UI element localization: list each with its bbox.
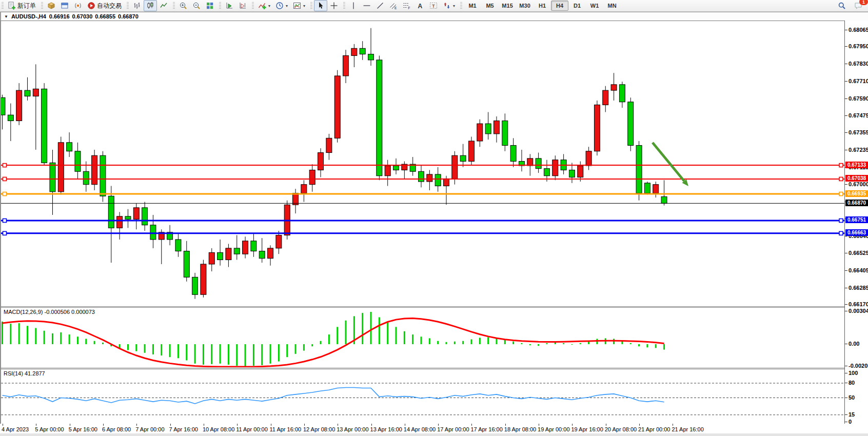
bars-icon: [133, 2, 141, 10]
line-chart-button[interactable]: [157, 0, 170, 11]
new-order-button[interactable]: 新订单: [5, 0, 38, 11]
time-tick-label: 21 Apr 16:00: [672, 426, 703, 432]
bar-chart-button[interactable]: [130, 0, 144, 11]
timeframe-m30-button[interactable]: M30: [516, 1, 534, 11]
bear-candle: [419, 171, 424, 182]
cube-button[interactable]: [45, 0, 58, 11]
price-chart-surface[interactable]: [1, 21, 844, 306]
bear-candle: [502, 121, 508, 145]
time-tick-mark: [304, 424, 305, 426]
line-handle[interactable]: [839, 192, 843, 196]
price-axis[interactable]: 0.680650.679500.678300.677100.675900.674…: [844, 21, 868, 424]
crosshair-icon: [330, 2, 338, 10]
templates-button[interactable]: ▾: [290, 0, 308, 11]
bull-candle: [334, 76, 340, 138]
trendline-button[interactable]: [373, 0, 387, 11]
down-arrow-object[interactable]: [653, 143, 688, 186]
fibonacci-button[interactable]: F: [400, 0, 413, 11]
bear-candle: [150, 225, 156, 240]
auto-trading-button[interactable]: 自动交易: [85, 0, 124, 11]
line-handle[interactable]: [3, 231, 7, 235]
price-chart-panel[interactable]: [1, 21, 844, 307]
horizontal-line-object[interactable]: [1, 231, 844, 235]
bull-candle: [243, 241, 248, 254]
toolbar-grip: [2, 2, 4, 9]
line-handle[interactable]: [3, 164, 7, 167]
line-handle[interactable]: [3, 192, 7, 196]
timeframe-mn-button[interactable]: MN: [603, 1, 621, 11]
arrows-button[interactable]: ▾: [440, 0, 458, 11]
zoom-in-button[interactable]: [176, 0, 190, 11]
arrows-icon: [443, 2, 451, 10]
candlestick-chart-button[interactable]: [144, 0, 157, 11]
rsi-panel[interactable]: RSI(14) 41.2877: [1, 369, 844, 424]
bear-candle: [218, 252, 223, 260]
timeframe-h4-button[interactable]: H4: [551, 1, 568, 11]
macd-panel[interactable]: MACD(12,26,9) -0.000506 0.000073: [1, 307, 844, 368]
horizontal-line-button[interactable]: [360, 0, 373, 11]
timeframe-w1-button[interactable]: W1: [586, 1, 603, 11]
axis-tick-mark: [845, 288, 847, 288]
toolbar-grip: [460, 2, 462, 9]
chat-button[interactable]: 1: [852, 0, 865, 11]
bull-candle: [293, 193, 299, 205]
line-handle[interactable]: [839, 219, 843, 222]
timeframe-m1-button[interactable]: M1: [464, 1, 481, 11]
macd-surface[interactable]: [1, 308, 844, 367]
time-tick-label: 5 Apr 16:00: [69, 426, 97, 432]
chart-menu-icon[interactable]: ▼: [4, 14, 8, 19]
rsi-surface[interactable]: [1, 369, 844, 423]
dropdown-caret-icon: ▾: [453, 4, 455, 8]
toolbar-group: EFAT▾: [342, 0, 459, 11]
timeframe-m15-button[interactable]: M15: [499, 1, 516, 11]
horizontal-line-object[interactable]: [1, 192, 844, 196]
tile-icon: [206, 2, 214, 10]
cursor-icon: [317, 2, 325, 10]
dropdown-caret-icon: ▾: [268, 4, 270, 8]
timeframe-m30-button-label: M30: [519, 3, 530, 9]
line-handle[interactable]: [3, 219, 7, 222]
notification-badge: 1: [859, 0, 868, 5]
time-tick-label: 20 Apr 08:00: [605, 426, 637, 432]
ohlc-close: 0.66870: [118, 13, 139, 19]
bull-candle: [309, 170, 315, 184]
macd-main-value: -0.000506: [44, 309, 70, 315]
line-handle[interactable]: [839, 164, 843, 167]
search-button[interactable]: [835, 0, 849, 11]
auto-scroll-button[interactable]: [223, 0, 236, 11]
horizontal-line-object[interactable]: [1, 164, 844, 167]
bear-candle: [184, 251, 189, 278]
label-button[interactable]: T: [427, 0, 440, 11]
timeframe-m5-button[interactable]: M5: [481, 1, 499, 11]
bull-candle: [468, 141, 474, 162]
tile-windows-button[interactable]: [203, 0, 216, 11]
line-handle[interactable]: [839, 231, 843, 235]
equidistant-channel-button[interactable]: E: [387, 0, 400, 11]
line-handle[interactable]: [839, 177, 843, 181]
signal-button[interactable]: [71, 0, 85, 11]
crosshair-button[interactable]: [327, 0, 341, 11]
market-window-button[interactable]: [58, 0, 71, 11]
text-button[interactable]: A: [413, 0, 427, 11]
vertical-line-button[interactable]: [347, 0, 360, 11]
bear-candle: [259, 251, 265, 259]
zoom-out-button[interactable]: [190, 0, 203, 11]
toolbar-grip: [41, 2, 43, 9]
macd-signal-line: [3, 319, 664, 367]
periods-button[interactable]: ▾: [273, 0, 290, 11]
time-tick-mark: [103, 424, 104, 426]
axis-tick-label: 15: [849, 411, 855, 418]
time-tick-mark: [271, 424, 271, 426]
timeframe-d1-button[interactable]: D1: [568, 1, 586, 11]
time-axis[interactable]: 4 Apr 20235 Apr 00:005 Apr 16:006 Apr 08…: [0, 424, 868, 433]
candles-icon: [146, 2, 154, 10]
chart-shift-button[interactable]: [236, 0, 249, 11]
bear-candle: [108, 196, 114, 228]
timeframe-w1-button-label: W1: [590, 3, 599, 9]
indicators-button[interactable]: ▾: [255, 0, 273, 11]
line-handle[interactable]: [3, 177, 7, 181]
timeframe-h1-button[interactable]: H1: [534, 1, 551, 11]
cursor-button[interactable]: [314, 0, 327, 11]
bull-candle: [343, 55, 349, 76]
bull-candle: [209, 252, 214, 264]
